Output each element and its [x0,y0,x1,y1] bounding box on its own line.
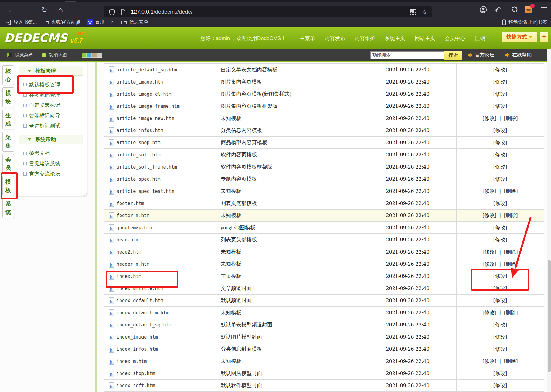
menu-item-全局标记测试[interactable]: 全局标记测试 [15,121,87,131]
sidebar-tab-采集[interactable]: 采集 [2,132,14,152]
action-links[interactable]: [修改] [493,297,507,304]
account-icon[interactable] [479,6,487,14]
action-links[interactable]: [修改] [493,66,507,73]
function-search-input[interactable] [370,51,445,59]
header-nav-会员中心[interactable]: 会员中心 [440,34,470,43]
forward-icon[interactable]: → [22,5,33,14]
header-nav-网站主页[interactable]: 网站主页 [410,34,440,43]
header-nav-注销[interactable]: 注销 [470,34,490,43]
undo-arrow-icon[interactable] [495,6,502,14]
action-links[interactable]: [修改] [493,285,507,292]
html-file-icon [109,176,114,182]
style-swatch-icon[interactable] [92,53,97,58]
cell-description: 未知模板 [215,258,359,270]
shortcut-add-button[interactable]: + [540,32,548,42]
mobile-bookmarks[interactable]: 移动设备上的书签 [501,17,547,27]
official-forum-link[interactable]: 官方论坛 [467,49,494,61]
bookmark-item[interactable]: 信息安全 [121,19,148,26]
sidebar-tab-模块[interactable]: 模块 [2,87,14,107]
action-links[interactable]: [修改] [493,90,507,97]
official-forum-label: 官方论坛 [475,52,494,58]
shortcut-button[interactable]: 快捷方式 [502,32,537,42]
action-links[interactable]: [修改] [493,78,507,85]
menu-item-默认模板管理[interactable]: 默认模板管理 [15,79,87,90]
url-bar[interactable]: 127.0.0.1/dedecms/dede/ ☆ [104,6,432,18]
sidebar-tab-模板-active[interactable]: 模板 [2,176,14,196]
cell-actions: [修改] [457,234,544,246]
menu-group-header[interactable]: 模板管理 [19,66,83,76]
action-links[interactable]: [修改] [493,200,507,207]
action-links[interactable]: [修改] ｜ [删除] [483,115,518,122]
refresh-icon[interactable]: ↻ [39,5,50,14]
action-links[interactable]: [修改] ｜ [删除] [483,248,518,255]
screen: ← → ↻ ⌂ 127.0.0.1/dedecms/dede/ [0,0,551,392]
chevron-down-icon [529,36,532,38]
menu-item-自定义宏标记[interactable]: 自定义宏标记 [15,100,87,110]
bookmark-item[interactable]: 火狐官方站点 [43,19,80,26]
menu-item-意见建议反馈[interactable]: 意见建议反馈 [15,158,87,169]
action-links[interactable]: [修改] [493,333,507,340]
page-scrollbar-thumb[interactable] [548,260,551,372]
cell-filename: article_image.htm [104,76,215,88]
action-links[interactable]: [修改] ｜ [删除] [483,309,518,316]
menu-item-标签源码管理[interactable]: 标签源码管理 [15,90,87,100]
hide-menu-button[interactable]: 隐藏菜单 [7,49,33,61]
action-links[interactable]: [修改] [493,103,507,110]
feature-map-icon [42,53,46,57]
action-links[interactable]: [修改] [493,163,507,170]
menu-group-header[interactable]: 系统帮助 [19,135,83,144]
action-links[interactable]: [修改] [493,151,507,158]
menu-item-官方交流论坛[interactable]: 官方交流论坛 [15,169,87,179]
header-nav-系统主页[interactable]: 系统主页 [380,34,410,43]
action-links[interactable]: [修改] [493,382,507,389]
cell-actions: [修改] [457,161,544,173]
action-links[interactable]: [修改] ｜ [删除] [483,212,518,219]
action-links[interactable]: [修改] ｜ [删除] [483,188,518,195]
action-links[interactable]: [修改] [493,273,507,280]
header-nav-主菜单[interactable]: 主菜单 [295,34,320,43]
menu-item-参考文档[interactable]: 参考文档 [15,148,87,158]
action-links[interactable]: [修改] ｜ [删除] [483,261,518,268]
shield-icon[interactable] [109,9,115,15]
action-links[interactable]: [修改] [493,321,507,328]
url-text[interactable]: 127.0.0.1/dedecms/dede/ [131,9,192,15]
style-swatch-icon[interactable] [82,53,87,58]
table-row: index_soft.htm 默认软件模型封面 2021-09-26 22:40… [104,380,544,392]
header-nav-内容发布[interactable]: 内容发布 [320,34,350,43]
table-row: header_m.htm 未知模板 2021-09-26 22:40 [修改] … [104,258,544,270]
back-icon[interactable]: ← [6,5,17,14]
table-row: article_image_cl.htm 图片集内容页模板(新图集样式) 202… [104,88,544,100]
sidebar-tab-系统[interactable]: 系统 [2,198,14,218]
feature-map-button[interactable]: 功能地图 [42,49,67,61]
sidebar-tab-生成[interactable]: 生成 [2,110,14,129]
sidebar-tab-会员[interactable]: 会员 [2,154,14,174]
action-links[interactable]: [修改] [493,346,507,353]
action-links[interactable]: [修改] [493,236,507,243]
proxy-extension-icon[interactable]: – [525,6,533,14]
bookmark-star-icon[interactable]: ☆ [421,9,427,15]
extensions-puzzle-icon[interactable] [510,6,518,14]
page-icon[interactable] [120,9,127,15]
menu-hamburger-icon[interactable] [540,6,548,14]
home-icon[interactable]: ⌂ [55,5,66,14]
action-links[interactable]: [修改] [493,224,507,231]
online-help-label: 在线帮助 [512,52,532,58]
bookmark-item[interactable]: 百度一下 [87,19,114,26]
cell-description: 未知模板 [215,307,359,319]
bookmark-item[interactable]: 导入书签... [5,19,37,26]
action-links[interactable]: [修改] ｜ [删除] [483,358,518,365]
style-swatch-icon[interactable] [97,53,102,58]
sidebar-tab-核心[interactable]: 核心 [2,65,14,85]
style-swatch-icon[interactable] [87,53,92,58]
action-links[interactable]: [修改] [493,127,507,134]
table-row: article_shop.htm 商品模型内容页模板 2021-09-26 22… [104,137,544,149]
page-scrollbar-track[interactable] [547,49,551,392]
action-links[interactable]: [修改] [493,139,507,146]
action-links[interactable]: [修改] [493,370,507,377]
search-button[interactable]: 搜索 [444,51,462,60]
action-links[interactable]: [修改] [493,176,507,182]
online-help-link[interactable]: 在线帮助 [505,49,532,61]
menu-item-智能标记向导[interactable]: 智能标记向导 [15,110,87,121]
header-nav-内容维护[interactable]: 内容维护 [350,34,380,43]
qr-code-icon[interactable] [410,9,417,15]
